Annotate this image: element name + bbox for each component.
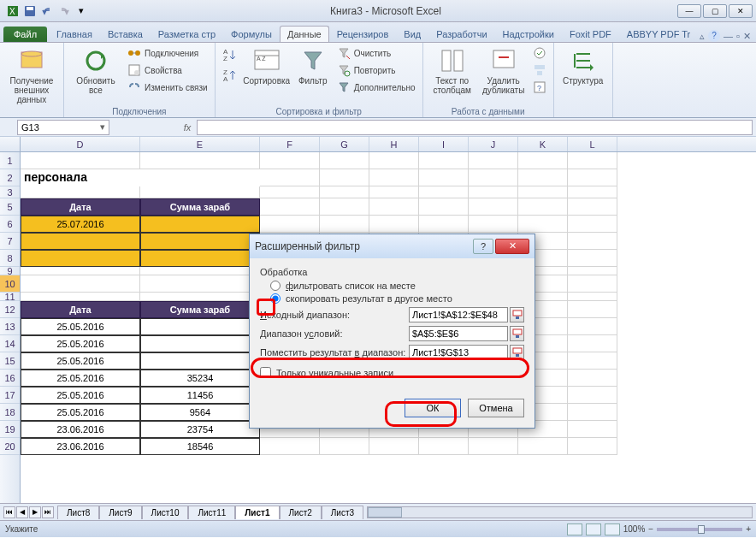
- row-header[interactable]: 10: [0, 275, 20, 293]
- row-header[interactable]: 9: [0, 267, 20, 275]
- consolidate-button[interactable]: [531, 62, 548, 78]
- view-pagebreak-button[interactable]: [605, 523, 620, 535]
- view-normal-button[interactable]: [567, 523, 582, 535]
- source-range-refedit-icon[interactable]: [510, 307, 524, 322]
- copy-to-range-input[interactable]: [409, 345, 508, 360]
- cancel-button[interactable]: Отмена: [468, 399, 524, 417]
- reapply-button[interactable]: Повторить: [335, 62, 417, 78]
- text-to-columns-button[interactable]: Текст по столбцам: [428, 45, 476, 97]
- namebox-dropdown-icon[interactable]: ▾: [100, 121, 105, 133]
- row-header[interactable]: 14: [0, 335, 20, 352]
- col-header[interactable]: L: [568, 137, 617, 151]
- data-cell[interactable]: 11456: [140, 387, 260, 404]
- sheet-tab[interactable]: Лист11: [188, 506, 235, 519]
- close-button[interactable]: ✕: [729, 4, 753, 18]
- data-validation-button[interactable]: [531, 45, 548, 61]
- criteria-date-cell[interactable]: 25.07.2016: [21, 216, 140, 233]
- data-cell[interactable]: 18546: [140, 438, 260, 455]
- col-header[interactable]: G: [320, 137, 369, 151]
- filter-button[interactable]: Фильтр: [294, 45, 332, 87]
- copy-to-refedit-icon[interactable]: [510, 345, 524, 360]
- undo-icon[interactable]: [39, 3, 55, 19]
- sheet-nav-first-icon[interactable]: ⏮: [3, 506, 15, 518]
- data-cell[interactable]: 23.06.2016: [21, 438, 140, 455]
- excel-icon[interactable]: X: [5, 3, 21, 19]
- sheet-nav-last-icon[interactable]: ⏭: [42, 506, 54, 518]
- data-cell[interactable]: 25.05.2016: [21, 387, 140, 404]
- tab-review[interactable]: Рецензиров: [329, 26, 397, 42]
- redo-icon[interactable]: [56, 3, 72, 19]
- edit-links-button[interactable]: Изменить связи: [126, 80, 210, 95]
- data-cell[interactable]: 25.05.2016: [21, 370, 140, 387]
- col-header[interactable]: E: [140, 137, 260, 151]
- clear-filter-button[interactable]: Очистить: [335, 45, 417, 61]
- col-header[interactable]: J: [469, 137, 518, 151]
- row-header[interactable]: 17: [0, 387, 20, 404]
- help-icon[interactable]: ?: [708, 30, 720, 42]
- workbook-min-icon[interactable]: —: [724, 31, 733, 41]
- data-cell[interactable]: 35234: [140, 370, 260, 387]
- data-cell[interactable]: 23754: [140, 421, 260, 438]
- advanced-filter-button[interactable]: Дополнительно: [335, 80, 417, 95]
- data-cell[interactable]: 9564: [140, 404, 260, 421]
- row-header[interactable]: 20: [0, 438, 20, 455]
- data-cell[interactable]: 25.05.2016: [21, 352, 140, 370]
- tab-view[interactable]: Вид: [396, 26, 428, 42]
- data-cell[interactable]: [140, 335, 260, 352]
- row-header[interactable]: 15: [0, 352, 20, 370]
- zoom-slider[interactable]: [657, 528, 742, 531]
- ribbon-min-icon[interactable]: ▵: [700, 31, 705, 42]
- unique-records-checkbox[interactable]: [260, 367, 271, 378]
- sort-asc-button[interactable]: AZ: [221, 45, 239, 64]
- row-header[interactable]: 11: [0, 293, 20, 301]
- sheet-tab[interactable]: Лист2: [280, 506, 322, 519]
- criteria-salary-cell[interactable]: [140, 216, 260, 233]
- data-header-salary[interactable]: Сумма зараб: [140, 301, 260, 318]
- criteria-range-refedit-icon[interactable]: [510, 326, 524, 341]
- tab-file[interactable]: Файл: [3, 27, 47, 42]
- workbook-close-icon[interactable]: ✕: [743, 31, 751, 42]
- whatif-button[interactable]: ?: [531, 80, 548, 95]
- view-layout-button[interactable]: [586, 523, 601, 535]
- sort-desc-button[interactable]: ZA: [221, 66, 239, 85]
- tab-home[interactable]: Главная: [49, 26, 100, 42]
- row-header[interactable]: 7: [0, 233, 20, 250]
- maximize-button[interactable]: ▢: [703, 4, 727, 18]
- properties-button[interactable]: Свойства: [126, 62, 210, 78]
- row-header[interactable]: 3: [0, 186, 20, 198]
- structure-button[interactable]: Структура: [559, 45, 607, 87]
- filter-inplace-radio[interactable]: [270, 281, 281, 291]
- title-cell[interactable]: персонала: [21, 169, 140, 186]
- sheet-tab[interactable]: Лист10: [142, 506, 189, 519]
- tab-foxit[interactable]: Foxit PDF: [562, 26, 619, 42]
- row-header[interactable]: 12: [0, 301, 20, 318]
- data-cell[interactable]: 25.05.2016: [21, 318, 140, 335]
- row-header[interactable]: 8: [0, 250, 20, 267]
- tab-formulas[interactable]: Формулы: [223, 26, 280, 42]
- criteria-range-input[interactable]: [409, 326, 508, 341]
- col-header[interactable]: K: [518, 137, 568, 151]
- dialog-titlebar[interactable]: Расширенный фильтр ? ✕: [250, 234, 535, 258]
- formula-input[interactable]: [197, 120, 753, 135]
- filter-inplace-label[interactable]: ффильтровать список на местеильтровать с…: [286, 281, 416, 291]
- workbook-restore-icon[interactable]: ▫: [736, 31, 740, 41]
- row-header[interactable]: 5: [0, 198, 20, 216]
- data-cell[interactable]: 23.06.2016: [21, 421, 140, 438]
- criteria-header-date[interactable]: Дата: [21, 198, 140, 216]
- tab-abbyy[interactable]: ABBYY PDF Tr: [619, 26, 698, 42]
- row-header[interactable]: 6: [0, 216, 20, 233]
- tab-data[interactable]: Данные: [280, 26, 329, 42]
- copy-to-radio[interactable]: [270, 293, 281, 304]
- select-all-corner[interactable]: [0, 137, 21, 151]
- tab-developer[interactable]: Разработчи: [428, 26, 494, 42]
- row-header[interactable]: 1: [0, 152, 20, 169]
- zoom-in-button[interactable]: +: [746, 524, 751, 534]
- row-header[interactable]: 13: [0, 318, 20, 335]
- refresh-all-button[interactable]: Обновить все: [69, 45, 122, 97]
- row-header[interactable]: 2: [0, 169, 20, 186]
- remove-duplicates-button[interactable]: Удалить дубликаты: [480, 45, 528, 97]
- col-header[interactable]: H: [369, 137, 419, 151]
- data-cell[interactable]: 25.05.2016: [21, 404, 140, 421]
- qat-dropdown-icon[interactable]: ▾: [74, 3, 89, 19]
- sheet-tab[interactable]: Лист3: [322, 506, 363, 519]
